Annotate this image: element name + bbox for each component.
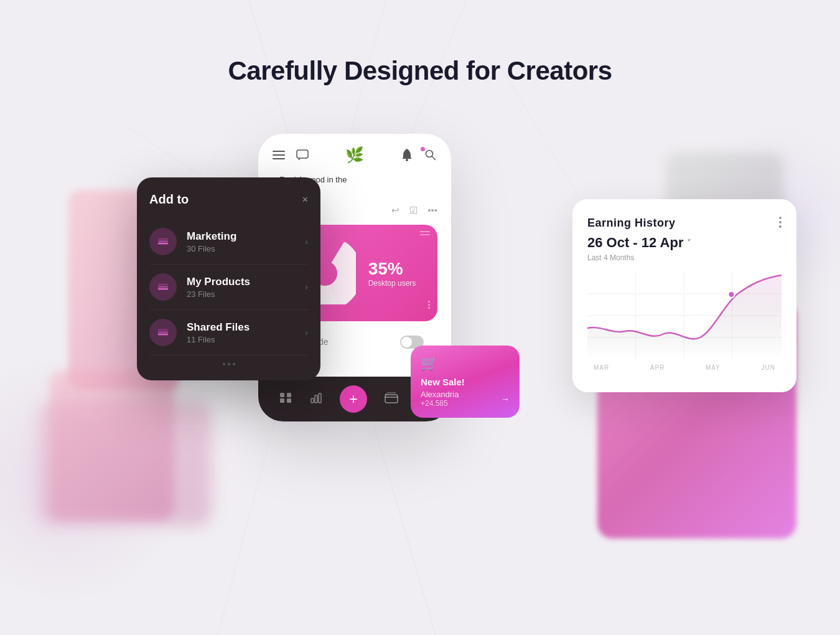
cards-container: Add to × Marketing 30 Files › (0, 115, 840, 613)
topbar-left (272, 148, 309, 162)
svg-rect-12 (158, 331, 169, 333)
phone-topbar: 🌿 (258, 134, 451, 170)
more-icon[interactable]: ••• (427, 205, 437, 216)
close-button[interactable]: × (302, 194, 308, 205)
left-lower-blur (37, 402, 212, 526)
earning-card-header: Earning History (587, 217, 782, 230)
svg-rect-14 (273, 151, 285, 152)
marketing-icon (149, 228, 177, 255)
add-to-header: Add to × (149, 192, 308, 207)
pie-lines (420, 231, 430, 235)
arrow-right-icon[interactable]: → (501, 394, 510, 404)
menu-icon[interactable] (272, 148, 286, 162)
svg-rect-10 (158, 284, 169, 286)
svg-rect-15 (273, 154, 285, 156)
svg-point-18 (406, 159, 408, 161)
item-name: Shared Files (187, 321, 305, 334)
svg-point-39 (728, 291, 734, 298)
nav-wallet-icon[interactable] (385, 392, 398, 407)
search-icon[interactable] (424, 148, 437, 162)
chevron-right-icon: › (305, 237, 308, 247)
svg-rect-6 (158, 240, 169, 242)
my-products-icon (149, 273, 177, 301)
svg-rect-8 (158, 288, 169, 290)
page-title: Carefully Designed for Creators (228, 56, 612, 86)
more-options-icon[interactable] (779, 217, 782, 228)
notification-dot (421, 147, 425, 151)
earning-title: Earning History (587, 217, 676, 230)
chart-label-may: MAY (706, 364, 721, 371)
pie-label: 35% Desktop users (368, 259, 416, 288)
add-to-title: Add to (149, 192, 189, 207)
dot (779, 217, 782, 219)
chat-icon[interactable] (296, 148, 309, 162)
new-sale-name: Alexandria (421, 390, 459, 399)
notification-icon[interactable] (400, 148, 414, 162)
new-sale-title: New Sale! (421, 377, 510, 387)
dot (779, 221, 782, 223)
dot (428, 304, 430, 306)
list-item[interactable]: Marketing 30 Files › (149, 219, 308, 265)
svg-rect-9 (158, 286, 169, 288)
item-name: Marketing (187, 230, 305, 243)
svg-rect-23 (280, 393, 284, 397)
chart-label-mar: MAR (594, 364, 609, 371)
item-count: 11 Files (187, 335, 305, 344)
svg-rect-5 (158, 243, 169, 245)
nav-analytics-icon[interactable] (310, 392, 322, 407)
chart-label-apr: APR (650, 364, 665, 371)
earning-date-row: 26 Oct - 12 Apr ˅ (587, 235, 782, 251)
list-item[interactable]: Shared Files 11 Files › (149, 310, 308, 355)
svg-rect-29 (319, 393, 321, 403)
svg-rect-25 (280, 398, 284, 403)
new-sale-card: 🛒 New Sale! Alexandria +24.585 → (411, 346, 520, 418)
chevron-down-icon[interactable]: ˅ (687, 238, 691, 248)
chart-label-jun: JUN (762, 364, 775, 371)
svg-rect-16 (273, 158, 285, 159)
list-item[interactable]: My Products 23 Files › (149, 265, 308, 310)
item-name: My Products (187, 276, 305, 288)
svg-rect-26 (287, 398, 291, 403)
earning-subtitle: Last 4 Months (587, 253, 782, 262)
svg-rect-24 (287, 393, 291, 397)
chart-labels: MAR APR MAY JUN (587, 364, 782, 371)
dot (428, 307, 430, 309)
pie-line (420, 231, 430, 232)
earning-chart (587, 272, 782, 359)
sale-icon: 🛒 (421, 355, 510, 372)
chevron-right-icon: › (305, 282, 308, 292)
check-icon[interactable]: ☑ (409, 205, 418, 216)
earning-card: Earning History 26 Oct - 12 Apr ˅ Last 4… (572, 199, 796, 392)
svg-rect-30 (385, 395, 398, 403)
earning-date-range: 26 Oct - 12 Apr (587, 235, 683, 251)
chevron-right-icon: › (305, 327, 308, 337)
item-count: 23 Files (187, 289, 305, 299)
add-to-panel: Add to × Marketing 30 Files › (137, 177, 320, 380)
nav-dashboard-icon[interactable] (279, 392, 292, 407)
topbar-right (400, 148, 437, 162)
app-logo: 🌿 (345, 146, 364, 164)
reply-icon[interactable]: ↩ (391, 205, 399, 216)
dot (428, 301, 430, 303)
svg-point-19 (426, 151, 433, 158)
new-sale-amount: +24.585 (421, 399, 459, 408)
shared-files-icon (149, 319, 177, 346)
item-text: Marketing 30 Files (187, 230, 305, 253)
nav-add-button[interactable]: + (340, 385, 367, 413)
pie-more-dots (428, 301, 430, 309)
svg-rect-13 (158, 329, 169, 331)
svg-rect-11 (158, 334, 169, 336)
pie-percent: 35% (368, 259, 416, 279)
item-count: 30 Files (187, 244, 305, 253)
item-text: Shared Files 11 Files (187, 321, 305, 344)
chart-area: MAR APR MAY JUN (587, 272, 782, 372)
dot (779, 225, 782, 228)
svg-rect-17 (297, 150, 308, 158)
item-text: My Products 23 Files (187, 276, 305, 299)
svg-rect-7 (158, 238, 169, 240)
pie-line (420, 234, 430, 235)
toggle-knob (401, 337, 412, 347)
svg-rect-28 (315, 395, 317, 403)
svg-rect-27 (311, 398, 314, 403)
svg-line-20 (432, 156, 436, 160)
